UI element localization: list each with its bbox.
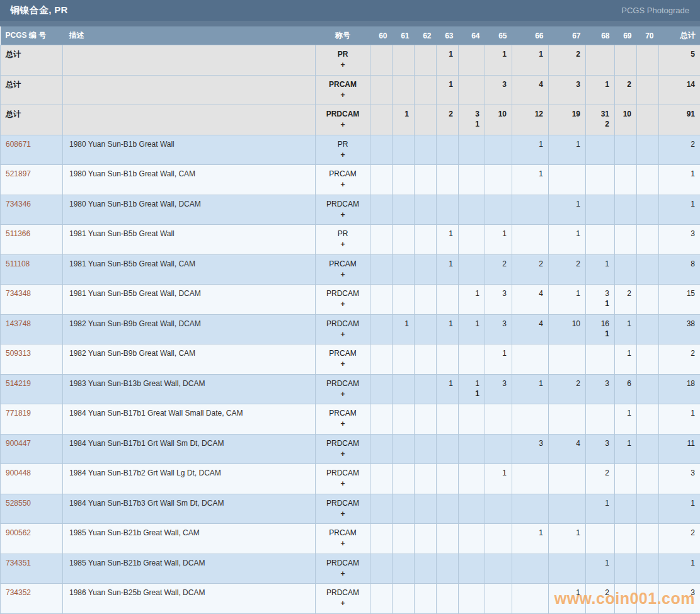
grade-cell-66 xyxy=(512,584,549,614)
pcgs-number-link[interactable]: 734348 xyxy=(6,289,31,298)
grade-cell-69 xyxy=(615,45,637,76)
pcgs-number-link[interactable]: 521897 xyxy=(6,169,31,178)
pcgs-number-link[interactable]: 528550 xyxy=(6,499,31,508)
pcgs-number-link[interactable]: 143748 xyxy=(6,319,31,328)
row-total-cell: 15 xyxy=(659,285,700,315)
column-header-grade-66: 66 xyxy=(512,26,549,45)
pcgs-number-link[interactable]: 734352 xyxy=(6,588,31,597)
row-total-cell: 5 xyxy=(659,45,700,76)
grade-cell-69: 2 xyxy=(615,285,637,315)
grade-cell-66: 4 xyxy=(512,314,549,344)
grade-cell-69 xyxy=(615,584,637,614)
grade-cell-68 xyxy=(586,165,615,195)
summary-label-cell: 总计 xyxy=(1,45,63,76)
pcgs-number-link[interactable]: 511366 xyxy=(6,229,30,238)
grade-cell-60 xyxy=(370,524,393,554)
grade-cell-65: 2 xyxy=(485,254,512,285)
grade-cell-60 xyxy=(370,254,393,285)
pcgs-number-link[interactable]: 608671 xyxy=(6,140,31,149)
grade-cell-60 xyxy=(370,554,393,584)
designation-label: PRCAM xyxy=(321,348,365,359)
column-header-grade-60: 60 xyxy=(370,26,393,45)
grade-cell-64 xyxy=(459,494,485,524)
description-cell: 1980 Yuan Sun-B1b Great Wall xyxy=(63,135,316,165)
grade-cell-66 xyxy=(512,464,549,494)
designation-plus: + xyxy=(321,270,365,280)
description-cell: 1981 Yuan Sun-B5b Great Wall xyxy=(63,225,316,255)
summary-label-cell: 总计 xyxy=(1,105,63,135)
designation-cell: PRDCAM+ xyxy=(316,314,370,344)
grade-cell-63 xyxy=(437,285,459,315)
designation-plus: + xyxy=(321,299,365,310)
grade-cell-66: 2 xyxy=(512,254,549,285)
coin-row: 5113661981 Yuan Sun-B5b Great WallPR+111… xyxy=(1,225,700,255)
grade-cell-61 xyxy=(393,344,415,375)
grade-cell-62 xyxy=(415,225,437,255)
grade-cell-66: 4 xyxy=(512,75,549,105)
grade-cell-68: 1 xyxy=(586,494,615,524)
pcgs-photograde-link[interactable]: PCGS Photograde xyxy=(621,6,689,15)
header-separator xyxy=(0,21,700,26)
description-cell: 1980 Yuan Sun-B1b Great Wall, DCAM xyxy=(63,195,316,225)
grade-cell-67 xyxy=(549,464,586,494)
grade-cell-60 xyxy=(370,225,393,255)
grade-cell-70 xyxy=(637,344,659,375)
grade-cell-68 xyxy=(586,45,615,76)
pcgs-number-link[interactable]: 734346 xyxy=(6,200,31,208)
designation-cell: PR+ xyxy=(316,45,370,76)
grade-cell-61 xyxy=(393,524,415,554)
grade-cell-68: 2 xyxy=(586,464,615,494)
row-total-cell: 3 xyxy=(659,464,700,494)
grade-cell-68 xyxy=(586,524,615,554)
pcgs-number-link[interactable]: 900448 xyxy=(6,469,31,477)
grade-cell-63 xyxy=(437,524,459,554)
grade-cell-66 xyxy=(512,344,549,375)
grade-cell-65: 1 xyxy=(485,464,512,494)
grade-cell-64: 11 xyxy=(459,374,485,404)
row-total-cell: 14 xyxy=(659,75,700,105)
grade-cell-63 xyxy=(437,195,459,225)
grade-cell-70 xyxy=(637,195,659,225)
pcgs-number-link[interactable]: 509313 xyxy=(6,349,31,358)
grade-cell-67: 2 xyxy=(549,45,586,76)
designation-cell: PRDCAM+ xyxy=(316,584,370,614)
coin-row: 7343511985 Yuan Sun-B21b Great Wall, DCA… xyxy=(1,554,700,584)
designation-plus: + xyxy=(321,419,365,429)
grade-cell-65 xyxy=(485,165,512,195)
designation-plus: + xyxy=(321,329,365,340)
row-total-cell: 1 xyxy=(659,554,700,584)
grade-cell-67 xyxy=(549,344,586,375)
grade-cell-62 xyxy=(415,404,437,435)
pcgs-number-link[interactable]: 734351 xyxy=(6,559,31,567)
pcgs-number-link[interactable]: 900447 xyxy=(6,439,31,448)
coin-row: 7718191984 Yuan Sun-B17b1 Great Wall Sma… xyxy=(1,404,700,435)
pcgs-number-link[interactable]: 771819 xyxy=(6,409,31,418)
grade-cell-62 xyxy=(415,254,437,285)
designation-plus: + xyxy=(321,538,365,549)
grade-cell-69 xyxy=(615,554,637,584)
grade-cell-66 xyxy=(512,195,549,225)
row-total-cell: 2 xyxy=(659,524,700,554)
row-total-cell: 38 xyxy=(659,314,700,344)
grade-cell-68 xyxy=(586,225,615,255)
grade-cell-65: 3 xyxy=(485,314,512,344)
grade-cell-66 xyxy=(512,404,549,435)
grade-cell-68: 161 xyxy=(586,314,615,344)
designation-label: PRCAM xyxy=(321,259,365,270)
pcgs-number-cell: 511366 xyxy=(1,225,63,255)
grade-cell-69: 1 xyxy=(615,434,637,464)
grade-cell-70 xyxy=(637,165,659,195)
pcgs-number-cell: 771819 xyxy=(1,404,63,435)
designation-plus: + xyxy=(321,569,365,579)
designation-plus: + xyxy=(321,359,365,370)
grade-cell-60 xyxy=(370,285,393,315)
grade-cell-68: 31 xyxy=(586,285,615,315)
pcgs-number-link[interactable]: 511108 xyxy=(6,259,30,268)
pcgs-number-cell: 521897 xyxy=(1,165,63,195)
pcgs-number-link[interactable]: 514219 xyxy=(6,379,31,388)
grade-cell-70 xyxy=(637,314,659,344)
pcgs-number-link[interactable]: 900562 xyxy=(6,528,31,537)
designation-plus: + xyxy=(321,479,365,489)
description-cell: 1984 Yuan Sun-B17b2 Grt Wall Lg Dt, DCAM xyxy=(63,464,316,494)
grade-cell-64 xyxy=(459,524,485,554)
